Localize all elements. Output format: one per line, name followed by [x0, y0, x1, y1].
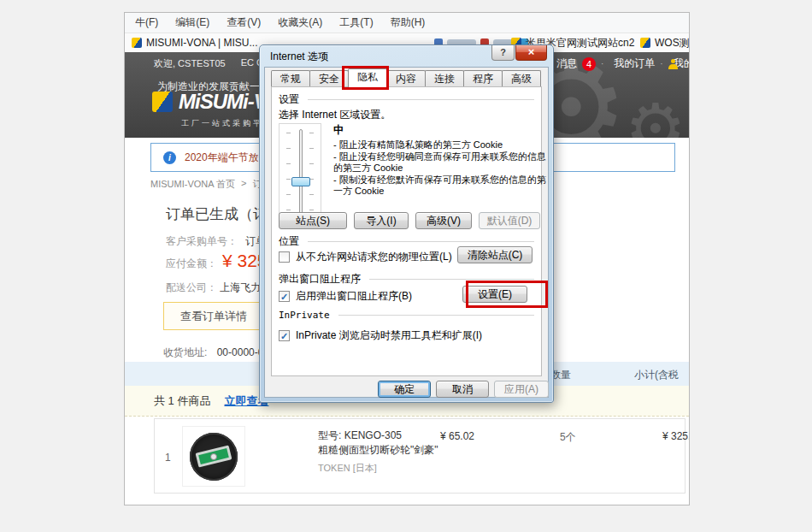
tab-security[interactable]: 安全	[309, 70, 349, 87]
tab-programs[interactable]: 程序	[463, 70, 503, 87]
misumi-favicon	[132, 38, 142, 48]
favorite-misumi[interactable]: MISUMI-VONA | MISU...	[132, 37, 257, 49]
popup-settings-button[interactable]: 设置(E)	[462, 286, 527, 303]
dialog-titlebar-buttons: ? ×	[491, 45, 547, 61]
screenshot-root: 牛(F) 编辑(E) 查看(V) 收藏夹(A) 工具(T) 帮助(H) MISU…	[0, 0, 812, 532]
menu-edit[interactable]: 编辑(E)	[175, 15, 209, 30]
info-icon: i	[163, 151, 176, 164]
dialog-title: Internet 选项	[270, 50, 328, 64]
breadcrumb-home[interactable]: MISUMI-VONA 首页	[150, 178, 235, 191]
address-label: 收货地址:	[163, 346, 207, 358]
tab-connections[interactable]: 连接	[425, 70, 464, 87]
item-count: 共 1 件商品	[154, 393, 210, 409]
product-details: 型号: KENGO-305 粗糙侧面型切断砂轮"剑豪" TOKEN [日本]	[318, 429, 438, 476]
clear-sites-button[interactable]: 清除站点(C)	[457, 246, 533, 263]
browser-menu-bar: 牛(F) 编辑(E) 查看(V) 收藏夹(A) 工具(T) 帮助(H)	[125, 13, 689, 33]
popup-check-row: ✓ 启用弹出窗口阻止程序(B)	[279, 289, 412, 304]
header-nav: 消息 4 · 我的订单 · 我的	[556, 56, 689, 71]
privacy-tab-panel: 设置 选择 Internet 区域设置。 中 - 阻止没有精简隐私策略的第三方 …	[271, 86, 542, 376]
help-button[interactable]: ?	[491, 45, 515, 61]
inprivate-checkbox[interactable]: ✓	[279, 330, 290, 341]
close-icon[interactable]: ×	[515, 45, 547, 61]
settings-group-header: 设置	[279, 92, 534, 107]
inprivate-check-row: ✓ InPrivate 浏览启动时禁用工具栏和扩展(I)	[279, 328, 482, 343]
po-label: 客户采购单号：	[166, 235, 238, 247]
inprivate-checkbox-label: InPrivate 浏览启动时禁用工具栏和扩展(I)	[296, 328, 482, 343]
misumi-favicon	[640, 38, 650, 48]
popup-group-header: 弹出窗口阻止程序	[279, 272, 534, 287]
privacy-level-description: - 阻止没有精简隐私策略的第三方 Cookie - 阻止没有经您明确同意而保存可…	[333, 139, 549, 198]
privacy-bullet-3: - 限制没有经您默许而保存可用来联系您的信息的第一方 Cookie	[333, 174, 549, 198]
ok-button[interactable]: 确定	[378, 381, 431, 398]
welcome-text: 欢迎, CSTEST05	[154, 57, 226, 70]
menu-help[interactable]: 帮助(H)	[391, 15, 426, 30]
product-unit-price: ¥ 65.02	[440, 430, 474, 442]
tab-content[interactable]: 内容	[386, 70, 426, 87]
menu-file[interactable]: 牛(F)	[135, 15, 158, 30]
misumi-logo-icon	[152, 92, 173, 112]
location-checkbox[interactable]	[279, 251, 290, 263]
location-group-label: 位置	[279, 234, 299, 249]
slider-handle[interactable]	[291, 177, 310, 186]
privacy-bullet-2: - 阻止没有经您明确同意而保存可用来联系您的信息的第三方 Cookie	[333, 151, 549, 174]
product-index: 1	[165, 452, 171, 464]
product-name: 粗糙侧面型切断砂轮"剑豪"	[318, 443, 438, 458]
popup-checkbox-label: 启用弹出窗口阻止程序(B)	[296, 289, 412, 304]
privacy-level-label: 中	[333, 123, 344, 138]
favorite-misumi-label: MISUMI-VONA | MISU...	[146, 37, 257, 49]
advanced-button[interactable]: 高级(V)	[415, 212, 472, 229]
favorite-wos-label: WOS测试	[655, 36, 690, 50]
nav-my-orders[interactable]: 我的订单	[614, 56, 655, 71]
menu-view[interactable]: 查看(V)	[227, 15, 261, 30]
dialog-client-area: 常规 安全 隐私 内容 连接 程序 高级 设置 选择 Internet 区域设置…	[264, 67, 549, 398]
subtotal-column-header: 小计(含税	[634, 368, 679, 382]
breadcrumb-separator: >	[241, 178, 246, 191]
inprivate-group-label: InPrivate	[279, 310, 330, 321]
popup-group-label: 弹出窗口阻止程序	[279, 272, 361, 287]
tab-general[interactable]: 常规	[271, 70, 310, 87]
settings-button-row: 站点(S) 导入(I) 高级(V) 默认值(D)	[279, 212, 540, 229]
menu-tools[interactable]: 工具(T)	[339, 15, 373, 30]
location-check-row: 从不允许网站请求您的物理位置(L)	[279, 250, 452, 264]
nav-messages[interactable]: 消息	[556, 56, 577, 71]
privacy-level-slider	[279, 123, 321, 221]
product-row: 1 型号: KENGO-305 粗糙侧面型切断砂轮"剑豪" TOKEN [日本]…	[154, 418, 685, 494]
product-model: 型号: KENGO-305	[318, 429, 438, 443]
product-image[interactable]	[182, 426, 245, 487]
location-checkbox-label: 从不允许网站请求您的物理位置(L)	[296, 250, 452, 264]
product-brand: TOKEN [日本]	[318, 461, 438, 476]
sites-button[interactable]: 站点(S)	[279, 212, 347, 229]
dialog-tabs: 常规 安全 隐私 内容 连接 程序 高级	[271, 70, 540, 87]
slider-track[interactable]	[299, 129, 303, 215]
menu-favorites[interactable]: 收藏夹(A)	[278, 15, 322, 30]
privacy-bullet-1: - 阻止没有精简隐私策略的第三方 Cookie	[333, 139, 549, 151]
internet-options-dialog: Internet 选项 ? × 常规 安全 隐私 内容 连接 程序 高级 设置	[259, 44, 554, 403]
po-number-row: 客户采购单号： 订单	[166, 234, 266, 249]
tab-privacy[interactable]: 隐私	[348, 68, 387, 87]
apply-button: 应用(A)	[494, 381, 549, 398]
settings-group-label: 设置	[279, 92, 299, 107]
product-qty: 5个	[560, 430, 576, 445]
message-count-badge: 4	[582, 57, 596, 71]
default-button: 默认值(D)	[479, 212, 540, 229]
tab-advanced[interactable]: 高级	[502, 70, 541, 87]
breadcrumb: MISUMI-VONA 首页 > 订单	[150, 178, 271, 191]
import-button[interactable]: 导入(I)	[354, 212, 409, 229]
product-subtotal: ¥ 325.1	[662, 430, 690, 442]
delivery-label: 配送公司：	[166, 281, 217, 293]
cutting-wheel-image	[190, 433, 238, 481]
zone-description: 选择 Internet 区域设置。	[279, 108, 391, 122]
view-order-details-button[interactable]: 查看订单详情	[163, 302, 264, 330]
amount-label: 应付金额：	[166, 257, 217, 271]
inprivate-group-header: InPrivate	[279, 310, 534, 321]
favorite-wos[interactable]: WOS测试	[640, 36, 690, 50]
gear-decoration-icon: ⚙	[625, 95, 686, 138]
cancel-button[interactable]: 取消	[436, 381, 489, 398]
popup-checkbox[interactable]: ✓	[279, 291, 290, 302]
